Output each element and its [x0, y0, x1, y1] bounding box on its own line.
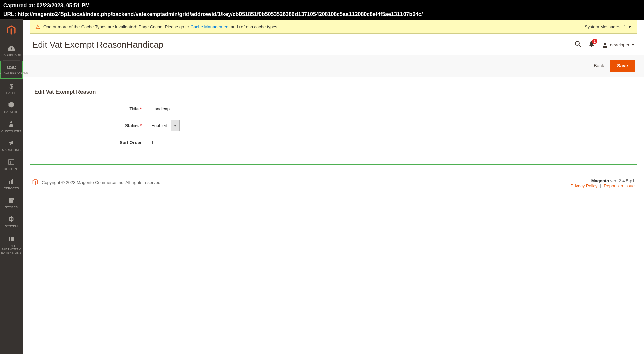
dashboard-icon — [8, 45, 15, 52]
chevron-down-icon: ▼ — [628, 25, 632, 29]
svg-rect-6 — [12, 179, 13, 184]
svg-line-14 — [579, 45, 581, 47]
admin-sidebar: DASHBOARD OSC OSCPROFESSIONALS $ SALES C… — [0, 19, 23, 195]
chevron-down-icon: ▼ — [631, 43, 635, 47]
svg-rect-4 — [9, 181, 10, 184]
svg-point-0 — [10, 121, 12, 123]
sidebar-item-customers[interactable]: CUSTOMERS — [0, 117, 23, 137]
status-label: Status* — [30, 123, 148, 128]
page-title: Edit Vat Exempt ReasonHandicap — [32, 40, 575, 50]
marketing-icon — [8, 140, 14, 147]
report-issue-link[interactable]: Report an Issue — [604, 183, 635, 188]
sidebar-label: MARKETING — [2, 149, 21, 152]
form-row-sort-order: Sort Order — [30, 134, 637, 151]
sidebar-label: OSCPROFESSIONALS — [0, 71, 28, 75]
sidebar-label: CONTENT — [4, 168, 19, 171]
sidebar-label: REPORTS — [4, 187, 19, 190]
version-text: Magento ver. 2.4.5-p1 — [571, 178, 635, 183]
back-button[interactable]: ← Back — [586, 63, 604, 68]
system-message-text: One or more of the Cache Types are inval… — [43, 24, 585, 29]
sidebar-item-reports[interactable]: REPORTS — [0, 174, 23, 194]
edit-form-panel: Edit Vat Exempt Reason Title* Status* En… — [30, 84, 637, 165]
osc-icon: OSC — [7, 65, 16, 70]
capture-timestamp: Captured at: 02/23/2023, 05:51 PM — [3, 1, 641, 10]
footer: Copyright © 2023 Magento Commerce Inc. A… — [23, 171, 644, 195]
svg-rect-5 — [11, 180, 12, 184]
sidebar-item-content[interactable]: CONTENT — [0, 155, 23, 174]
sidebar-label: CUSTOMERS — [1, 130, 21, 133]
page-header: Edit Vat Exempt ReasonHandicap 1 develop… — [23, 34, 644, 55]
catalog-icon — [8, 102, 14, 109]
user-icon — [602, 42, 608, 48]
privacy-policy-link[interactable]: Privacy Policy — [571, 183, 598, 188]
sidebar-item-sales[interactable]: $ SALES — [0, 79, 23, 98]
form-panel-title: Edit Vat Exempt Reason — [30, 84, 637, 100]
user-menu[interactable]: developer ▼ — [602, 42, 635, 48]
user-name: developer — [610, 42, 629, 47]
customers-icon — [9, 121, 14, 129]
capture-url: URL: http://magento245p1.local/index.php… — [3, 10, 641, 19]
svg-point-13 — [575, 41, 579, 45]
content-icon — [8, 159, 14, 166]
notifications-button[interactable]: 1 — [589, 41, 595, 49]
magento-logo[interactable] — [0, 19, 23, 41]
sidebar-item-dashboard[interactable]: DASHBOARD — [0, 41, 23, 60]
arrow-left-icon: ← — [586, 63, 591, 68]
sidebar-item-stores[interactable]: STORES — [0, 194, 23, 195]
sidebar-item-oscprofessionals[interactable]: OSC OSCPROFESSIONALS — [0, 61, 23, 79]
notification-badge: 1 — [592, 39, 597, 44]
save-button[interactable]: Save — [610, 60, 635, 72]
form-row-title: Title* — [30, 100, 637, 117]
chevron-down-icon: ▼ — [171, 120, 179, 131]
sidebar-label: DASHBOARD — [1, 54, 21, 57]
capture-bar: Captured at: 02/23/2023, 05:51 PM URL: h… — [0, 0, 644, 20]
sidebar-label: CATALOG — [4, 111, 19, 114]
system-message-banner: ⚠ One or more of the Cache Types are inv… — [30, 20, 637, 34]
warning-icon: ⚠ — [35, 23, 40, 30]
sidebar-label: SALES — [6, 92, 17, 95]
title-label: Title* — [30, 106, 148, 111]
dollar-icon: $ — [9, 83, 13, 90]
magento-logo-small — [32, 178, 38, 187]
sidebar-item-catalog[interactable]: CATALOG — [0, 98, 23, 117]
sort-order-input[interactable] — [148, 137, 372, 148]
status-value: Enabled — [148, 120, 171, 131]
copyright-text: Copyright © 2023 Magento Commerce Inc. A… — [42, 180, 162, 185]
status-select[interactable]: Enabled ▼ — [148, 120, 180, 131]
sidebar-item-marketing[interactable]: MARKETING — [0, 136, 23, 155]
svg-rect-1 — [9, 160, 14, 164]
sort-order-label: Sort Order — [30, 140, 148, 145]
search-icon[interactable] — [575, 41, 581, 49]
reports-icon — [8, 178, 14, 186]
svg-point-15 — [604, 43, 606, 45]
cache-management-link[interactable]: Cache Management — [190, 24, 229, 29]
form-row-status: Status* Enabled ▼ — [30, 117, 637, 134]
action-bar: ← Back Save — [23, 55, 644, 77]
title-input[interactable] — [148, 103, 372, 114]
system-messages-toggle[interactable]: System Messages: 1 ▼ — [585, 24, 632, 29]
